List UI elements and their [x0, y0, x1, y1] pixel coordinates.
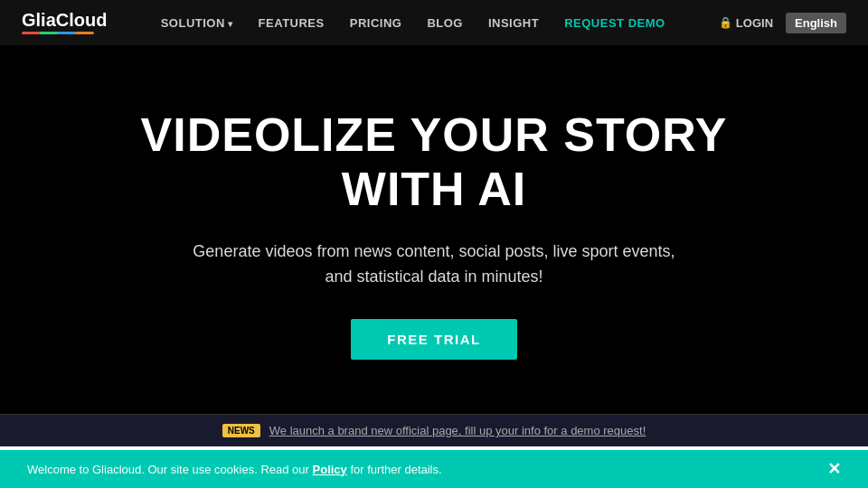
login-label: LOGIN: [736, 16, 773, 30]
logo-bar-green: [40, 32, 58, 34]
free-trial-button[interactable]: FREE TRIAL: [351, 319, 516, 360]
logo[interactable]: GliaCloud: [22, 11, 107, 34]
nav-request-demo[interactable]: REQUEST DEMO: [564, 16, 665, 30]
news-text: We launch a brand new official page, fil…: [269, 424, 646, 437]
logo-bar: [22, 32, 94, 34]
nav-links: SOLUTION FEATURES PRICING BLOG INSIGHT R…: [161, 16, 665, 30]
cookie-message: Welcome to Gliacloud. Our site use cooki…: [27, 463, 309, 476]
news-badge: News: [222, 424, 260, 437]
nav-features[interactable]: FEATURES: [259, 16, 325, 30]
language-button[interactable]: English: [786, 13, 846, 33]
navbar-right: 🔒 LOGIN English: [719, 13, 846, 33]
nav-solution[interactable]: SOLUTION: [161, 16, 233, 30]
cookie-text-after: for further details.: [350, 463, 441, 476]
cookie-close-button[interactable]: ✕: [827, 459, 841, 479]
cookie-text: Welcome to Gliacloud. Our site use cooki…: [27, 463, 442, 476]
news-link[interactable]: We launch a brand new official page, fil…: [269, 424, 646, 437]
logo-bar-red: [22, 32, 40, 34]
navbar: GliaCloud SOLUTION FEATURES PRICING BLOG…: [0, 0, 868, 45]
nav-pricing[interactable]: PRICING: [350, 16, 402, 30]
news-banner: News We launch a brand new official page…: [0, 414, 868, 446]
lock-icon: 🔒: [719, 16, 732, 29]
logo-bar-orange: [76, 32, 94, 34]
hero-title-line2: WITH AI: [342, 163, 526, 215]
login-button[interactable]: 🔒 LOGIN: [719, 16, 773, 30]
hero-title-line1: VIDEOLIZE YOUR STORY: [141, 108, 728, 161]
hero-title: VIDEOLIZE YOUR STORY WITH AI: [141, 108, 728, 217]
hero-section: VIDEOLIZE YOUR STORY WITH AI Generate vi…: [0, 45, 868, 414]
nav-blog[interactable]: BLOG: [427, 16, 463, 30]
nav-insight[interactable]: INSIGHT: [488, 16, 539, 30]
cookie-banner: Welcome to Gliacloud. Our site use cooki…: [0, 450, 868, 488]
cookie-policy-link[interactable]: Policy: [313, 463, 347, 476]
logo-text: GliaCloud: [22, 11, 107, 29]
hero-subtitle: Generate videos from news content, socia…: [181, 239, 687, 291]
logo-bar-blue: [58, 32, 76, 34]
